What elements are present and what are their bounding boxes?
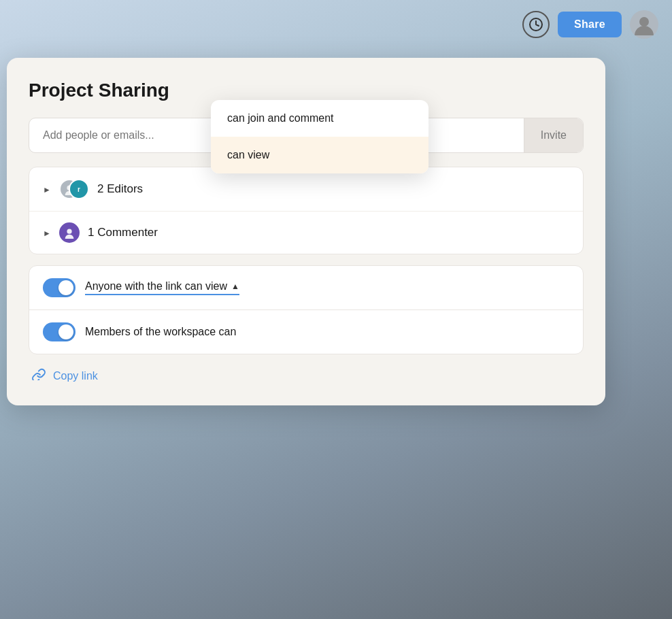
- top-bar: Share: [0, 0, 672, 49]
- workspace-toggle[interactable]: [43, 322, 75, 341]
- svg-point-3: [67, 229, 71, 234]
- anyone-link-row: Anyone with the link can view ▲: [29, 266, 583, 310]
- permission-dropdown-menu: can join and comment can view: [211, 100, 429, 173]
- commenter-avatar: [59, 222, 80, 243]
- dropdown-item-join-comment[interactable]: can join and comment: [211, 100, 429, 137]
- commenters-row[interactable]: ► 1 Commenter: [29, 212, 583, 254]
- members-section: ► r 2 Editors ►: [29, 167, 584, 254]
- permission-dropdown-trigger[interactable]: Anyone with the link can view ▲: [85, 280, 239, 295]
- editors-row[interactable]: ► r 2 Editors: [29, 167, 583, 212]
- editors-label: 2 Editors: [97, 182, 143, 196]
- share-button[interactable]: Share: [558, 12, 622, 37]
- workspace-row: Members of the workspace can: [29, 310, 583, 354]
- history-button[interactable]: [522, 11, 550, 38]
- commenters-label: 1 Commenter: [88, 226, 158, 239]
- invite-button[interactable]: Invite: [524, 118, 583, 152]
- permission-label: Anyone with the link can view: [85, 280, 227, 292]
- editor-avatar-2: r: [69, 179, 89, 199]
- user-avatar[interactable]: [630, 10, 658, 39]
- svg-point-1: [639, 17, 649, 27]
- anyone-link-toggle[interactable]: [43, 278, 75, 297]
- modal-card: Project Sharing Invite ► r: [7, 58, 605, 405]
- dropdown-item-view[interactable]: can view: [211, 137, 429, 173]
- link-sharing-section: Anyone with the link can view ▲ Members …: [29, 265, 584, 354]
- modal-title: Project Sharing: [29, 80, 584, 101]
- workspace-label: Members of the workspace can: [85, 326, 569, 338]
- sharing-modal: Project Sharing Invite ► r: [7, 58, 605, 405]
- editors-avatars: r: [59, 178, 89, 200]
- chevron-right-icon: ►: [43, 185, 51, 193]
- copy-link-text: Copy link: [53, 370, 98, 382]
- copy-link-row[interactable]: Copy link: [29, 354, 584, 386]
- person-icon: [632, 12, 656, 37]
- clock-icon: [528, 17, 543, 32]
- link-icon: [31, 368, 46, 384]
- chevron-right-icon-2: ►: [43, 229, 51, 237]
- dropdown-arrow-icon: ▲: [231, 282, 239, 291]
